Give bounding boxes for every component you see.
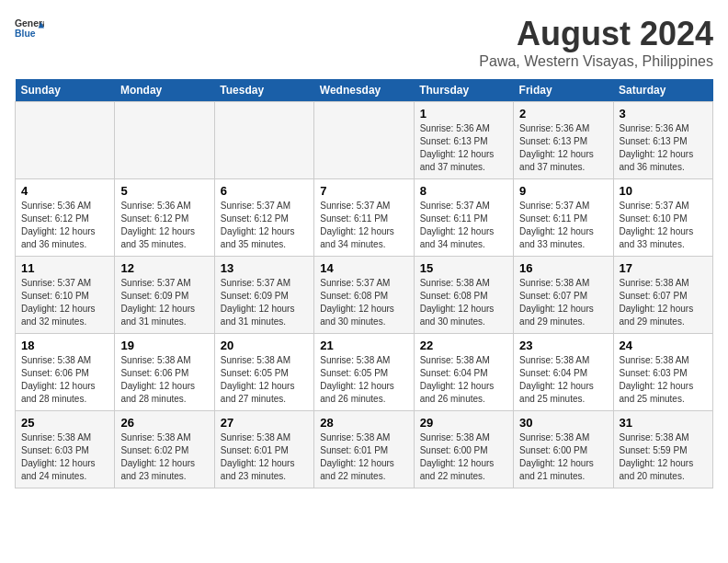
day-number: 2: [519, 107, 607, 121]
calendar-cell: [314, 102, 414, 179]
day-info: Sunrise: 5:38 AM Sunset: 6:05 PM Dayligh…: [221, 354, 308, 406]
logo-icon: General Blue: [15, 15, 44, 44]
calendar-cell: 28Sunrise: 5:38 AM Sunset: 6:01 PM Dayli…: [314, 411, 414, 488]
day-number: 26: [120, 416, 208, 430]
calendar-table: SundayMondayTuesdayWednesdayThursdayFrid…: [15, 79, 713, 488]
day-info: Sunrise: 5:36 AM Sunset: 6:12 PM Dayligh…: [120, 200, 208, 251]
calendar-cell: 8Sunrise: 5:37 AM Sunset: 6:11 PM Daylig…: [414, 179, 513, 257]
day-number: 24: [620, 339, 707, 352]
day-info: Sunrise: 5:38 AM Sunset: 6:01 PM Dayligh…: [221, 431, 308, 483]
day-of-week-header: Wednesday: [314, 79, 414, 102]
calendar-cell: 6Sunrise: 5:37 AM Sunset: 6:12 PM Daylig…: [214, 179, 313, 257]
day-number: 3: [620, 107, 707, 121]
day-number: 29: [420, 416, 507, 430]
day-of-week-header: Thursday: [414, 79, 513, 102]
day-info: Sunrise: 5:38 AM Sunset: 6:04 PM Dayligh…: [519, 354, 607, 406]
day-number: 5: [120, 184, 208, 198]
day-of-week-header: Tuesday: [214, 79, 313, 102]
day-number: 8: [420, 184, 507, 198]
calendar-body: 1Sunrise: 5:36 AM Sunset: 6:13 PM Daylig…: [16, 102, 713, 488]
day-of-week-header: Saturday: [613, 79, 712, 102]
svg-text:Blue: Blue: [15, 29, 36, 39]
day-info: Sunrise: 5:38 AM Sunset: 6:03 PM Dayligh…: [21, 431, 108, 483]
calendar-cell: 9Sunrise: 5:37 AM Sunset: 6:11 PM Daylig…: [514, 179, 613, 257]
day-info: Sunrise: 5:38 AM Sunset: 6:07 PM Dayligh…: [620, 277, 707, 328]
day-number: 17: [620, 261, 707, 275]
day-info: Sunrise: 5:38 AM Sunset: 6:08 PM Dayligh…: [420, 277, 507, 328]
day-of-week-header: Friday: [514, 79, 613, 102]
calendar-cell: 21Sunrise: 5:38 AM Sunset: 6:05 PM Dayli…: [314, 334, 414, 411]
day-info: Sunrise: 5:36 AM Sunset: 6:13 PM Dayligh…: [519, 122, 607, 174]
calendar-cell: 30Sunrise: 5:38 AM Sunset: 6:00 PM Dayli…: [514, 411, 613, 488]
day-info: Sunrise: 5:38 AM Sunset: 6:06 PM Dayligh…: [21, 354, 108, 406]
day-number: 9: [519, 184, 607, 198]
calendar-cell: 29Sunrise: 5:38 AM Sunset: 6:00 PM Dayli…: [414, 411, 513, 488]
day-info: Sunrise: 5:37 AM Sunset: 6:11 PM Dayligh…: [519, 200, 607, 251]
day-info: Sunrise: 5:38 AM Sunset: 6:04 PM Dayligh…: [420, 354, 507, 406]
calendar-cell: 17Sunrise: 5:38 AM Sunset: 6:07 PM Dayli…: [613, 257, 712, 334]
day-of-week-header: Sunday: [16, 79, 115, 102]
day-number: 21: [320, 339, 407, 352]
day-number: 30: [519, 416, 607, 430]
day-info: Sunrise: 5:38 AM Sunset: 6:07 PM Dayligh…: [519, 277, 607, 328]
day-info: Sunrise: 5:38 AM Sunset: 6:00 PM Dayligh…: [519, 431, 607, 483]
day-info: Sunrise: 5:37 AM Sunset: 6:08 PM Dayligh…: [320, 277, 407, 328]
day-info: Sunrise: 5:38 AM Sunset: 6:05 PM Dayligh…: [320, 354, 407, 406]
calendar-cell: 18Sunrise: 5:38 AM Sunset: 6:06 PM Dayli…: [16, 334, 115, 411]
page-subtitle: Pawa, Western Visayas, Philippines: [479, 53, 713, 70]
day-info: Sunrise: 5:38 AM Sunset: 6:02 PM Dayligh…: [120, 431, 208, 483]
calendar-cell: 15Sunrise: 5:38 AM Sunset: 6:08 PM Dayli…: [414, 257, 513, 334]
day-info: Sunrise: 5:37 AM Sunset: 6:11 PM Dayligh…: [420, 200, 507, 251]
day-number: 1: [420, 107, 507, 121]
day-number: 13: [221, 261, 308, 275]
calendar-cell: 2Sunrise: 5:36 AM Sunset: 6:13 PM Daylig…: [514, 102, 613, 179]
day-info: Sunrise: 5:36 AM Sunset: 6:13 PM Dayligh…: [620, 122, 707, 174]
day-number: 20: [221, 339, 308, 352]
day-info: Sunrise: 5:37 AM Sunset: 6:09 PM Dayligh…: [221, 277, 308, 328]
day-number: 14: [320, 261, 407, 275]
logo: General Blue General Blue: [15, 15, 44, 44]
day-number: 27: [221, 416, 308, 430]
calendar-cell: 20Sunrise: 5:38 AM Sunset: 6:05 PM Dayli…: [214, 334, 313, 411]
day-info: Sunrise: 5:37 AM Sunset: 6:11 PM Dayligh…: [320, 200, 407, 251]
calendar-cell: 13Sunrise: 5:37 AM Sunset: 6:09 PM Dayli…: [214, 257, 313, 334]
calendar-week-row: 1Sunrise: 5:36 AM Sunset: 6:13 PM Daylig…: [16, 102, 713, 179]
day-info: Sunrise: 5:38 AM Sunset: 6:00 PM Dayligh…: [420, 431, 507, 483]
calendar-cell: 19Sunrise: 5:38 AM Sunset: 6:06 PM Dayli…: [115, 334, 214, 411]
calendar-cell: 25Sunrise: 5:38 AM Sunset: 6:03 PM Dayli…: [16, 411, 115, 488]
calendar-cell: 1Sunrise: 5:36 AM Sunset: 6:13 PM Daylig…: [414, 102, 513, 179]
day-info: Sunrise: 5:38 AM Sunset: 6:01 PM Dayligh…: [320, 431, 407, 483]
calendar-cell: 31Sunrise: 5:38 AM Sunset: 5:59 PM Dayli…: [613, 411, 712, 488]
day-info: Sunrise: 5:38 AM Sunset: 6:03 PM Dayligh…: [620, 354, 707, 406]
calendar-week-row: 18Sunrise: 5:38 AM Sunset: 6:06 PM Dayli…: [16, 334, 713, 411]
calendar-cell: 14Sunrise: 5:37 AM Sunset: 6:08 PM Dayli…: [314, 257, 414, 334]
day-number: 10: [620, 184, 707, 198]
calendar-cell: 24Sunrise: 5:38 AM Sunset: 6:03 PM Dayli…: [613, 334, 712, 411]
title-block: August 2024 Pawa, Western Visayas, Phili…: [479, 15, 713, 70]
day-number: 16: [519, 261, 607, 275]
day-number: 7: [320, 184, 407, 198]
calendar-header-row: SundayMondayTuesdayWednesdayThursdayFrid…: [16, 79, 713, 102]
day-number: 15: [420, 261, 507, 275]
calendar-cell: 22Sunrise: 5:38 AM Sunset: 6:04 PM Dayli…: [414, 334, 513, 411]
day-info: Sunrise: 5:38 AM Sunset: 5:59 PM Dayligh…: [620, 431, 707, 483]
calendar-cell: [115, 102, 214, 179]
day-number: 22: [420, 339, 507, 352]
day-number: 19: [120, 339, 208, 352]
calendar-cell: 27Sunrise: 5:38 AM Sunset: 6:01 PM Dayli…: [214, 411, 313, 488]
day-number: 11: [21, 261, 108, 275]
calendar-cell: 11Sunrise: 5:37 AM Sunset: 6:10 PM Dayli…: [16, 257, 115, 334]
day-info: Sunrise: 5:37 AM Sunset: 6:10 PM Dayligh…: [620, 200, 707, 251]
calendar-cell: [214, 102, 313, 179]
day-number: 12: [120, 261, 208, 275]
calendar-week-row: 25Sunrise: 5:38 AM Sunset: 6:03 PM Dayli…: [16, 411, 713, 488]
day-info: Sunrise: 5:37 AM Sunset: 6:12 PM Dayligh…: [221, 200, 308, 251]
calendar-cell: 4Sunrise: 5:36 AM Sunset: 6:12 PM Daylig…: [16, 179, 115, 257]
day-number: 18: [21, 339, 108, 352]
day-number: 25: [21, 416, 108, 430]
calendar-week-row: 11Sunrise: 5:37 AM Sunset: 6:10 PM Dayli…: [16, 257, 713, 334]
calendar-cell: 26Sunrise: 5:38 AM Sunset: 6:02 PM Dayli…: [115, 411, 214, 488]
calendar-cell: 16Sunrise: 5:38 AM Sunset: 6:07 PM Dayli…: [514, 257, 613, 334]
day-number: 31: [620, 416, 707, 430]
day-of-week-header: Monday: [115, 79, 214, 102]
